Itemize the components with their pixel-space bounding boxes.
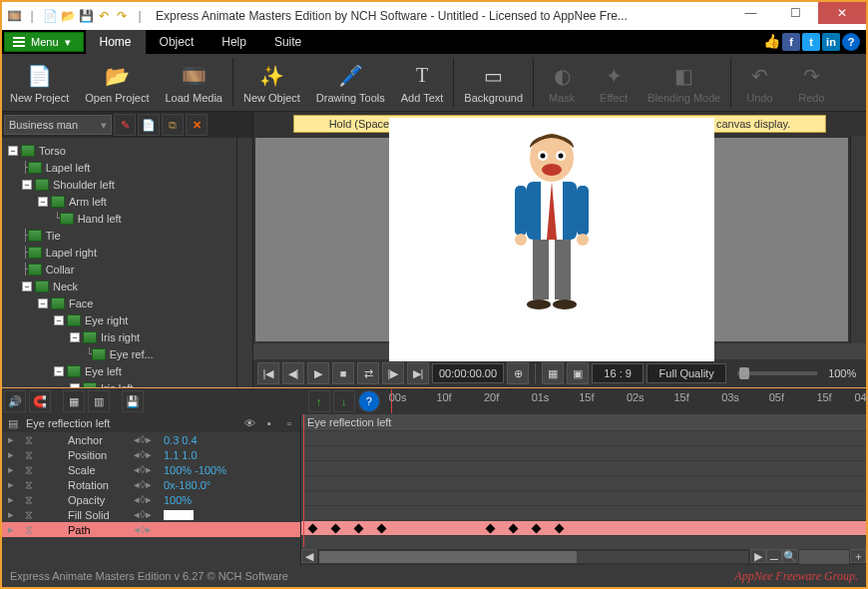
step-back-button[interactable]: ◀| bbox=[282, 362, 304, 384]
playhead[interactable] bbox=[391, 389, 392, 413]
stopwatch-icon[interactable]: ⧖ bbox=[20, 523, 38, 536]
track-header[interactable]: Eye reflection left bbox=[301, 414, 866, 431]
canvas-viewport[interactable] bbox=[255, 138, 848, 341]
save-icon[interactable]: 💾 bbox=[78, 8, 94, 24]
tree-collapse-icon[interactable]: − bbox=[38, 197, 48, 207]
collapse-icon[interactable]: ▤ bbox=[6, 416, 20, 430]
property-value[interactable]: 100% -100% bbox=[158, 464, 226, 476]
mask-button[interactable]: ◐Mask bbox=[536, 54, 588, 111]
tree-item-label[interactable]: Iris left bbox=[101, 382, 133, 388]
tree-collapse-icon[interactable]: − bbox=[70, 332, 80, 342]
keyframe-icon[interactable] bbox=[509, 524, 519, 534]
canvas[interactable] bbox=[389, 118, 714, 361]
prop-toggle-icon[interactable]: ▸ bbox=[2, 433, 20, 446]
blending-mode-button[interactable]: ◧Blending Mode bbox=[640, 54, 728, 111]
undo-icon[interactable]: ↶ bbox=[96, 8, 112, 24]
prop-toggle-icon[interactable]: ▸ bbox=[2, 463, 20, 476]
tree-collapse-icon[interactable]: − bbox=[54, 366, 64, 376]
timeline-ruler[interactable]: 00s 10f 20f 01s 15f 02s 15f 03s 05f 15f … bbox=[389, 389, 864, 413]
tree-item-label[interactable]: Neck bbox=[53, 281, 78, 293]
timeline-zoom-slider[interactable] bbox=[799, 550, 849, 564]
tree-collapse-icon[interactable]: − bbox=[54, 315, 64, 325]
prop-toggle-icon[interactable]: ▸ bbox=[2, 493, 20, 506]
facebook-icon[interactable]: f bbox=[782, 33, 800, 51]
background-button[interactable]: ▭Background bbox=[456, 54, 531, 111]
drawing-tools-button[interactable]: 🖊️Drawing Tools bbox=[308, 54, 393, 111]
keyframe-nav[interactable]: ◂◊▸ bbox=[128, 448, 158, 461]
wand-icon[interactable]: ✎ bbox=[114, 114, 136, 136]
track-row[interactable] bbox=[301, 446, 866, 461]
scroll-left-icon[interactable]: ◀ bbox=[301, 549, 317, 563]
keyframe-icon[interactable] bbox=[308, 524, 318, 534]
tree-collapse-icon[interactable]: − bbox=[38, 298, 48, 308]
magnet-icon[interactable]: 🧲 bbox=[29, 390, 51, 412]
property-value[interactable]: 1.1 1.0 bbox=[158, 449, 198, 461]
speaker-icon[interactable]: 🔊 bbox=[4, 390, 26, 412]
zoom-out-icon[interactable]: ⚊ bbox=[766, 549, 782, 563]
tree-collapse-icon[interactable]: − bbox=[70, 383, 80, 388]
keyframe-icon[interactable] bbox=[532, 524, 542, 534]
keyframe-icon[interactable] bbox=[331, 524, 341, 534]
tree-item-label[interactable]: Iris right bbox=[101, 331, 140, 343]
duplicate-icon[interactable]: ⧉ bbox=[162, 114, 184, 136]
loop-button[interactable]: ⇄ bbox=[357, 362, 379, 384]
tab-home[interactable]: Home bbox=[86, 30, 146, 54]
tl-tool1-icon[interactable]: ▦ bbox=[63, 390, 85, 412]
canvas-v-scrollbar[interactable] bbox=[850, 136, 866, 343]
track-row[interactable] bbox=[301, 491, 866, 506]
add-object-icon[interactable]: 📄 bbox=[138, 114, 160, 136]
tab-object[interactable]: Object bbox=[146, 30, 209, 54]
undo-button[interactable]: ↶Undo bbox=[733, 54, 785, 111]
move-down-icon[interactable]: ↓ bbox=[333, 390, 355, 412]
tree-item-label[interactable]: Eye right bbox=[85, 314, 128, 326]
keyframe-icon[interactable] bbox=[486, 524, 496, 534]
property-value[interactable]: 100% bbox=[158, 494, 192, 506]
keyframe-icon[interactable] bbox=[354, 524, 364, 534]
new-project-button[interactable]: 📄New Project bbox=[2, 54, 77, 111]
object-tree[interactable]: −Torso ├ Lapel left −Shoulder left −Arm … bbox=[2, 138, 236, 387]
zoom-icon[interactable]: 🔍 bbox=[782, 549, 798, 563]
lock-icon[interactable]: ▪ bbox=[262, 416, 276, 430]
tree-item-label[interactable]: Hand left bbox=[78, 213, 122, 225]
tree-item-label[interactable]: Eye ref... bbox=[110, 348, 154, 360]
timeline-header-row[interactable]: ▤ Eye reflection left 👁 ▪ ▫ bbox=[2, 414, 300, 432]
property-row[interactable]: ▸⧖Rotation◂◊▸0x-180.0° bbox=[2, 477, 300, 492]
keyframe-icon[interactable] bbox=[377, 524, 387, 534]
property-row[interactable]: ▸⧖Position◂◊▸1.1 1.0 bbox=[2, 447, 300, 462]
snap-icon[interactable]: ⊕ bbox=[507, 362, 529, 384]
stopwatch-icon[interactable]: ⧖ bbox=[20, 463, 38, 476]
delete-icon[interactable]: ✕ bbox=[186, 114, 208, 136]
tree-collapse-icon[interactable]: − bbox=[8, 146, 18, 156]
keyframe-nav[interactable]: ◂◊▸ bbox=[128, 508, 158, 521]
property-value[interactable]: 0x-180.0° bbox=[158, 479, 211, 491]
solo-icon[interactable]: ▫ bbox=[282, 416, 296, 430]
open-project-button[interactable]: 📂Open Project bbox=[77, 54, 157, 111]
property-value[interactable]: 0.3 0.4 bbox=[158, 434, 198, 446]
safe-zone-icon[interactable]: ▣ bbox=[567, 362, 589, 384]
zoom-slider[interactable] bbox=[737, 371, 817, 375]
prop-toggle-icon[interactable]: ▸ bbox=[2, 478, 20, 491]
timeline-help-icon[interactable]: ? bbox=[358, 390, 380, 412]
tree-item-label[interactable]: Lapel right bbox=[46, 247, 97, 259]
tree-collapse-icon[interactable]: − bbox=[22, 180, 32, 190]
visibility-icon[interactable]: 👁 bbox=[242, 416, 256, 430]
keyframe-nav[interactable]: ◂◊▸ bbox=[128, 493, 158, 506]
tree-item-label[interactable]: Lapel left bbox=[46, 162, 91, 174]
track-row-selected[interactable] bbox=[301, 521, 866, 536]
add-text-button[interactable]: TAdd Text bbox=[393, 54, 452, 111]
tree-item-label[interactable]: Shoulder left bbox=[53, 179, 115, 191]
keyframe-nav[interactable]: ◂◊▸ bbox=[128, 478, 158, 491]
scroll-right-icon[interactable]: ▶ bbox=[750, 549, 766, 563]
color-swatch[interactable] bbox=[164, 510, 194, 520]
timecode-field[interactable]: 00:00:00.00 bbox=[432, 363, 504, 383]
track-row[interactable] bbox=[301, 431, 866, 446]
stop-button[interactable]: ■ bbox=[332, 362, 354, 384]
grid-icon[interactable]: ▦ bbox=[542, 362, 564, 384]
new-icon[interactable]: 📄 bbox=[42, 8, 58, 24]
timeline-h-scrollbar[interactable]: ◀ ▶ ⚊ 🔍 ＋ bbox=[301, 549, 866, 565]
maximize-button[interactable]: ☐ bbox=[773, 2, 818, 24]
aspect-ratio-field[interactable]: 16 : 9 bbox=[592, 363, 644, 383]
prop-toggle-icon[interactable]: ▸ bbox=[2, 448, 20, 461]
timeline-tracks[interactable]: Eye reflection left ◀ ▶ ⚊ bbox=[301, 414, 866, 565]
twitter-icon[interactable]: t bbox=[802, 33, 820, 51]
